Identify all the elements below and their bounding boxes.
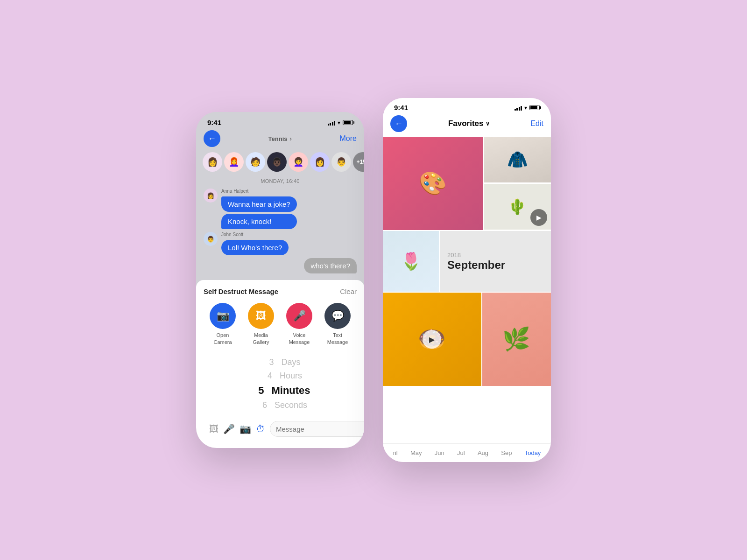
play-button-donut[interactable]: ▶	[423, 330, 441, 349]
voice-circle: 🎤	[286, 303, 312, 329]
text-message-label: TextMessage	[327, 332, 348, 345]
clock-input-icon[interactable]: ⏱	[256, 424, 265, 434]
anna-bubble-2: Knock, knock!	[221, 214, 297, 229]
camera-input-icon[interactable]: 📷	[240, 423, 251, 434]
september-month: September	[447, 259, 505, 272]
time-row-seconds: 6 Seconds	[204, 399, 357, 412]
grid-row-3: ▶	[383, 293, 551, 386]
photo-grid: ▶ 2018 September	[383, 137, 551, 443]
time-picker[interactable]: 3 Days 4 Hours 5 Minutes 6 Seconds	[204, 354, 357, 417]
favorites-title[interactable]: Favorites ∨	[448, 119, 490, 128]
days-number: 3	[260, 357, 274, 367]
chat-area: MONDAY, 16:40 👩 Anna Halpert Wanna hear …	[196, 175, 364, 280]
status-icons-right: ▾	[514, 105, 540, 111]
month-tab-aug[interactable]: Aug	[474, 448, 492, 457]
photo-woman-hat	[484, 137, 551, 182]
wifi-icon-right: ▾	[524, 105, 527, 111]
month-tab-today[interactable]: Today	[521, 448, 545, 457]
photo-cactus: ▶	[484, 184, 551, 230]
photo-flower	[383, 231, 439, 292]
favorites-nav: ← Favorites ∨ Edit	[383, 113, 551, 137]
edit-button[interactable]: Edit	[530, 119, 543, 128]
hours-number: 4	[258, 371, 272, 381]
bottom-sheet-title: Self Destruct Message	[204, 287, 278, 295]
action-gallery[interactable]: 🖼 MediaGallery	[248, 303, 274, 345]
status-time-right: 9:41	[394, 104, 408, 112]
outgoing-message-row: who's there?	[204, 258, 357, 273]
anna-avatar: 👩	[204, 189, 218, 203]
clear-button[interactable]: Clear	[340, 287, 357, 295]
photo-plant	[482, 293, 551, 386]
participant-4[interactable]: 👨🏿	[267, 152, 287, 172]
back-button-left[interactable]: ←	[204, 130, 220, 147]
grid-row-1: ▶	[383, 137, 551, 230]
grid-cell-plant[interactable]	[482, 293, 551, 386]
month-tab-sep[interactable]: Sep	[497, 448, 515, 457]
participants-row: 👩 👩‍🦰 🧑 👨🏿 👩‍🦱 👩 👨 +15k	[196, 151, 364, 175]
september-year: 2018	[447, 252, 461, 259]
time-row-minutes: 5 Minutes	[204, 383, 357, 399]
minutes-unit: Minutes	[271, 385, 310, 397]
bottom-sheet-header: Self Destruct Message Clear	[204, 287, 357, 295]
participant-1[interactable]: 👩	[203, 152, 222, 172]
action-camera[interactable]: 📷 OpenCamera	[210, 303, 236, 345]
camera-circle: 📷	[210, 303, 236, 329]
status-icons-left: ▾	[328, 119, 353, 126]
outgoing-bubble: who's there?	[304, 258, 357, 273]
participant-3[interactable]: 🧑	[246, 152, 265, 172]
participant-6[interactable]: 👩	[310, 152, 330, 172]
mic-input-icon[interactable]: 🎤	[223, 423, 235, 434]
action-buttons: 📷 OpenCamera 🖼 MediaGallery 🎤 VoiceMessa…	[204, 303, 357, 345]
left-phone: 9:41 ▾ ← Tenni	[196, 112, 364, 448]
grid-row-2: 2018 September	[383, 231, 551, 292]
month-tab-jul[interactable]: Jul	[453, 448, 469, 457]
play-button-cactus[interactable]: ▶	[530, 209, 547, 226]
voice-label: VoiceMessage	[289, 332, 310, 345]
seconds-unit: Seconds	[275, 400, 307, 410]
anna-bubble-1: Wanna hear a joke?	[221, 196, 297, 212]
more-button[interactable]: More	[340, 134, 357, 143]
action-text[interactable]: 💬 TextMessage	[324, 303, 351, 345]
right-phone: 9:41 ▾ ← Favor	[383, 98, 551, 462]
photo-donut: ▶	[383, 293, 481, 386]
participant-7[interactable]: 👨	[331, 152, 351, 172]
grid-cell-pink-art[interactable]	[383, 137, 483, 230]
battery-icon-right	[529, 105, 540, 110]
participant-5[interactable]: 👩‍🦱	[289, 152, 308, 172]
seconds-number: 6	[253, 400, 267, 410]
action-voice[interactable]: 🎤 VoiceMessage	[286, 303, 312, 345]
gallery-label: MediaGallery	[253, 332, 269, 345]
days-unit: Days	[281, 357, 300, 367]
photo-input-icon[interactable]: 🖼	[209, 424, 218, 434]
month-tab-apr[interactable]: ril	[389, 448, 402, 457]
back-button-right[interactable]: ←	[390, 115, 407, 132]
chat-title: Tennis ›	[268, 134, 292, 143]
grid-cell-donut[interactable]: ▶	[383, 293, 481, 386]
month-tabs: ril May Jun Jul Aug Sep Today	[383, 443, 551, 462]
john-bubble-1: Lol! Who's there?	[221, 240, 289, 255]
chevron-down-icon: ∨	[486, 120, 490, 127]
message-row-john: 👨 John Scott Lol! Who's there?	[204, 232, 357, 255]
camera-label: OpenCamera	[213, 332, 232, 345]
participants-more-badge[interactable]: +15k	[353, 152, 364, 172]
message-input[interactable]	[270, 421, 364, 437]
participant-2[interactable]: 👩‍🦰	[224, 152, 244, 172]
grid-cell-flower[interactable]	[383, 231, 439, 292]
month-tab-may[interactable]: May	[407, 448, 426, 457]
battery-icon	[343, 120, 353, 125]
status-bar-right: 9:41 ▾	[383, 98, 551, 113]
nav-bar-left: ← Tennis › More	[196, 128, 364, 151]
john-avatar: 👨	[204, 232, 218, 246]
grid-cell-woman[interactable]	[484, 137, 551, 183]
john-sender-name: John Scott	[221, 232, 289, 237]
month-tab-jun[interactable]: Jun	[431, 448, 448, 457]
anna-sender-name: Anna Halpert	[221, 189, 297, 194]
grid-cell-cactus[interactable]: ▶	[484, 184, 551, 230]
wifi-icon: ▾	[338, 119, 340, 126]
time-row-days: 3 Days	[204, 356, 357, 369]
message-row-anna: 👩 Anna Halpert Wanna hear a joke? Knock,…	[204, 189, 357, 229]
status-bar-left: 9:41 ▾	[196, 112, 364, 128]
status-time-left: 9:41	[207, 119, 221, 126]
john-bubbles: John Scott Lol! Who's there?	[221, 232, 289, 255]
bottom-sheet: Self Destruct Message Clear 📷 OpenCamera…	[196, 280, 364, 448]
